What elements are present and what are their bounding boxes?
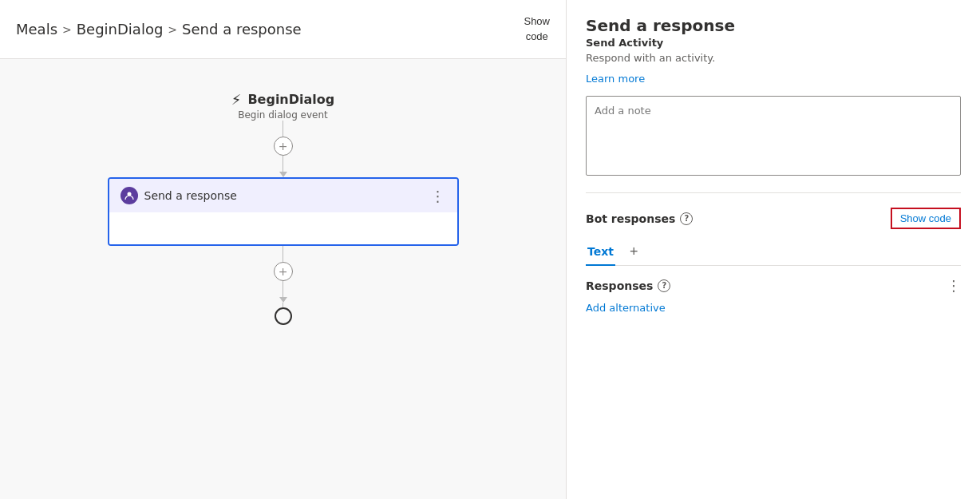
connector-line-bottom2 bbox=[283, 281, 283, 297]
breadcrumb-begin-dialog[interactable]: BeginDialog bbox=[77, 21, 164, 38]
card-more-options-icon[interactable]: ⋮ bbox=[431, 188, 446, 204]
add-tab-button[interactable]: + bbox=[626, 244, 642, 260]
arrow-down-bottom bbox=[279, 297, 287, 303]
connector-line-top2 bbox=[283, 156, 283, 172]
send-response-label: Send a response bbox=[144, 189, 237, 202]
send-response-title: Send a response bbox=[121, 187, 237, 204]
left-panel: Meals > BeginDialog > Send a response Sh… bbox=[0, 0, 567, 499]
send-response-header: Send a response ⋮ bbox=[109, 179, 457, 212]
right-panel: Send a response Send Activity Respond wi… bbox=[567, 0, 980, 499]
begin-dialog-node: ⚡ BeginDialog Begin dialog event bbox=[231, 91, 335, 121]
right-description: Respond with an activity. bbox=[586, 52, 961, 64]
bot-responses-label: Bot responses bbox=[586, 212, 675, 225]
show-code-button-right[interactable]: Show code bbox=[891, 208, 961, 229]
add-node-button-bottom[interactable]: + bbox=[274, 262, 293, 281]
breadcrumb-meals[interactable]: Meals bbox=[16, 21, 57, 38]
section-divider bbox=[586, 192, 961, 193]
connector-line-top bbox=[283, 121, 283, 137]
tabs-row: Text + bbox=[586, 240, 961, 266]
show-code-button-left[interactable]: Showcode bbox=[524, 14, 550, 43]
left-header: Meals > BeginDialog > Send a response Sh… bbox=[0, 0, 566, 59]
responses-help-icon[interactable]: ? bbox=[658, 279, 670, 292]
learn-more-link[interactable]: Learn more bbox=[586, 73, 645, 85]
responses-text: Responses bbox=[586, 279, 653, 292]
begin-dialog-label: ⚡ BeginDialog bbox=[231, 91, 335, 108]
right-title: Send a response bbox=[586, 16, 961, 35]
breadcrumb: Meals > BeginDialog > Send a response bbox=[16, 21, 302, 38]
add-node-button-top[interactable]: + bbox=[274, 137, 293, 156]
responses-label: Responses ? bbox=[586, 279, 670, 292]
canvas-area: ⚡ BeginDialog Begin dialog event + bbox=[0, 59, 566, 499]
add-alternative-link[interactable]: Add alternative bbox=[586, 302, 961, 314]
breadcrumb-sep2: > bbox=[168, 23, 177, 36]
right-subtitle: Send Activity bbox=[586, 37, 961, 49]
note-textarea[interactable] bbox=[586, 96, 961, 176]
bot-icon bbox=[121, 187, 138, 204]
end-node-circle bbox=[275, 307, 292, 325]
connector-line-bottom1 bbox=[283, 246, 283, 262]
lightning-icon: ⚡ bbox=[231, 91, 242, 108]
send-response-card[interactable]: Send a response ⋮ bbox=[108, 177, 459, 246]
tab-text[interactable]: Text bbox=[586, 240, 615, 266]
bot-responses-help-icon[interactable]: ? bbox=[680, 212, 693, 225]
show-code-label-left: Showcode bbox=[524, 14, 550, 43]
responses-row: Responses ? ⋮ bbox=[586, 277, 961, 294]
breadcrumb-send-response[interactable]: Send a response bbox=[182, 21, 302, 38]
begin-dialog-title: BeginDialog bbox=[247, 92, 334, 107]
bot-responses-left: Bot responses ? bbox=[586, 212, 693, 225]
bot-responses-header: Bot responses ? Show code bbox=[586, 208, 961, 229]
responses-more-icon[interactable]: ⋮ bbox=[946, 277, 961, 294]
begin-dialog-sub: Begin dialog event bbox=[238, 109, 328, 121]
arrow-down-top bbox=[279, 172, 287, 177]
breadcrumb-sep1: > bbox=[62, 23, 72, 36]
send-response-body bbox=[109, 212, 457, 244]
